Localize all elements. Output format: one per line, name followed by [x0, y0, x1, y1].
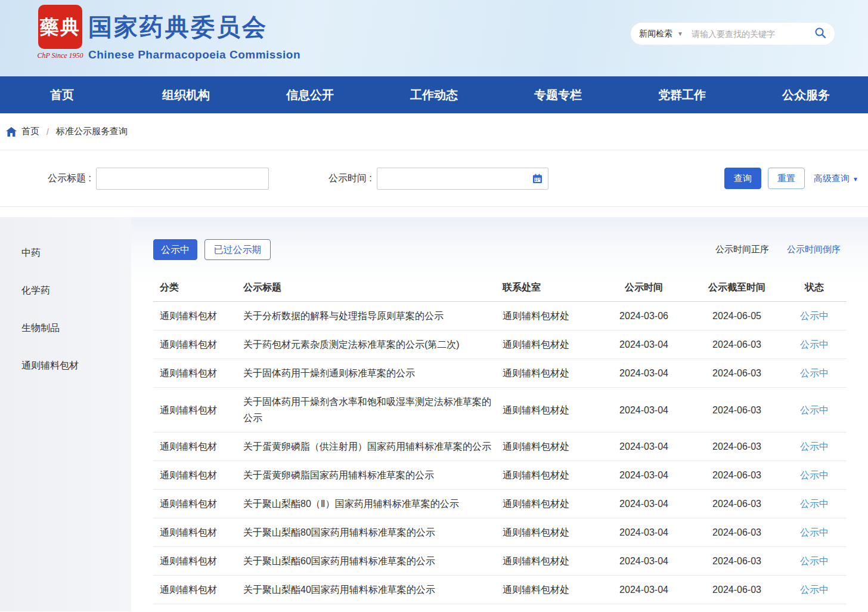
calendar-icon[interactable]	[532, 174, 542, 184]
nav-item-2[interactable]: 信息公开	[248, 76, 372, 113]
notice-table: 分类公示标题联系处室公示时间公示截至时间状态 通则辅料包材关于分析数据的解释与处…	[153, 273, 847, 604]
cell-status-link[interactable]: 公示中	[782, 518, 847, 546]
nav-item-5[interactable]: 党群工作	[620, 76, 744, 113]
cell-notice-title-link[interactable]: 关于聚山梨酯80国家药用辅料标准草案的公示	[243, 518, 503, 546]
status-badge[interactable]: 公示中	[800, 499, 829, 509]
date-field	[377, 168, 548, 190]
status-badge[interactable]: 公示中	[800, 585, 829, 595]
sidebar-item-0[interactable]: 中药	[0, 234, 131, 271]
cell-office: 通则辅料包材处	[503, 396, 596, 424]
cell-notice-title-link[interactable]: 关于固体药用干燥剂含水率和饱和吸湿率测定法标准草案的公示	[243, 388, 503, 432]
cell-office: 通则辅料包材处	[503, 461, 596, 489]
status-badge[interactable]: 公示中	[800, 441, 829, 452]
column-header-1: 公示标题	[243, 273, 503, 301]
cell-end-date: 2024-06-03	[692, 432, 782, 460]
filter-bar: 公示标题 : 公示时间 : 查询 重置 高级查询▼	[0, 150, 868, 207]
search-button[interactable]	[814, 27, 826, 41]
table-row: 通则辅料包材关于聚山梨酯80国家药用辅料标准草案的公示通则辅料包材处2024-0…	[153, 518, 847, 547]
table-row: 通则辅料包材关于聚山梨酯60国家药用辅料标准草案的公示通则辅料包材处2024-0…	[153, 547, 847, 576]
seal-caption: ChP Since 1950	[33, 51, 87, 60]
advanced-search-link[interactable]: 高级查询▼	[814, 173, 858, 184]
sidebar-item-2[interactable]: 生物制品	[0, 309, 131, 347]
cell-office: 通则辅料包材处	[503, 432, 596, 460]
cell-status-link[interactable]: 公示中	[782, 490, 847, 518]
status-badge[interactable]: 公示中	[800, 339, 829, 350]
table-row: 通则辅料包材关于聚山梨酯40国家药用辅料标准草案的公示通则辅料包材处2024-0…	[153, 576, 847, 604]
table-row: 通则辅料包材关于聚山梨酯80（Ⅱ）国家药用辅料标准草案的公示通则辅料包材处202…	[153, 490, 847, 518]
search-input[interactable]	[692, 29, 814, 39]
cell-status-link[interactable]: 公示中	[782, 432, 847, 460]
cell-office: 通则辅料包材处	[503, 518, 596, 546]
notice-title-input[interactable]	[96, 168, 269, 190]
cell-end-date: 2024-06-03	[692, 576, 782, 604]
site-header: 藥典 ChP Since 1950 国家药典委员会 Chinese Pharma…	[0, 0, 868, 76]
cell-notice-title-link[interactable]: 关于蛋黄卵磷脂（供注射用）国家药用辅料标准草案的公示	[243, 432, 503, 460]
cell-notice-title-link[interactable]: 关于蛋黄卵磷脂国家药用辅料标准草案的公示	[243, 461, 503, 489]
logo[interactable]: 藥典 ChP Since 1950	[33, 5, 87, 60]
cell-status-link[interactable]: 公示中	[782, 302, 847, 330]
chevron-down-icon[interactable]: ▼	[677, 30, 683, 37]
sort-time-descending[interactable]: 公示时间倒序	[787, 244, 841, 255]
cell-notice-title-link[interactable]: 关于聚山梨酯80（Ⅱ）国家药用辅料标准草案的公示	[243, 490, 503, 518]
status-badge[interactable]: 公示中	[800, 470, 829, 480]
home-icon[interactable]	[6, 127, 17, 137]
cell-notice-title-link[interactable]: 关于固体药用干燥剂通则标准草案的公示	[243, 359, 503, 387]
cell-category: 通则辅料包材	[153, 330, 243, 358]
cell-status-link[interactable]: 公示中	[782, 547, 847, 575]
cell-publish-date: 2024-03-04	[596, 396, 692, 424]
main-panel: 公示中 已过公示期 公示时间正序 公示时间倒序 分类公示标题联系处室公示时间公示…	[131, 217, 868, 611]
tab-in-notice[interactable]: 公示中	[153, 239, 197, 260]
breadcrumb-separator: /	[46, 127, 49, 137]
column-header-4: 公示截至时间	[692, 273, 782, 301]
tab-expired-notice[interactable]: 已过公示期	[204, 239, 271, 260]
table-header-row: 分类公示标题联系处室公示时间公示截至时间状态	[153, 273, 847, 302]
cell-publish-date: 2024-03-04	[596, 547, 692, 575]
breadcrumb-home[interactable]: 首页	[21, 126, 39, 137]
status-badge[interactable]: 公示中	[800, 311, 829, 321]
seal-logo-icon: 藥典	[38, 5, 82, 49]
cell-publish-date: 2024-03-04	[596, 518, 692, 546]
cell-notice-title-link[interactable]: 关于分析数据的解释与处理指导原则草案的公示	[243, 302, 503, 330]
cell-publish-date: 2024-03-04	[596, 461, 692, 489]
tabs-row: 公示中 已过公示期 公示时间正序 公示时间倒序	[153, 239, 847, 260]
cell-status-link[interactable]: 公示中	[782, 576, 847, 604]
cell-publish-date: 2024-03-04	[596, 330, 692, 358]
status-badge[interactable]: 公示中	[800, 405, 829, 415]
cell-status-link[interactable]: 公示中	[782, 461, 847, 489]
table-row: 通则辅料包材关于药包材元素杂质测定法标准草案的公示(第二次)通则辅料包材处202…	[153, 330, 847, 359]
nav-item-1[interactable]: 组织机构	[124, 76, 248, 113]
cell-status-link[interactable]: 公示中	[782, 330, 847, 358]
nav-item-6[interactable]: 公众服务	[744, 76, 868, 113]
status-badge[interactable]: 公示中	[800, 556, 829, 566]
sidebar-item-1[interactable]: 化学药	[0, 271, 131, 309]
table-row: 通则辅料包材关于蛋黄卵磷脂（供注射用）国家药用辅料标准草案的公示通则辅料包材处2…	[153, 432, 847, 461]
cell-end-date: 2024-06-03	[692, 490, 782, 518]
cell-status-link[interactable]: 公示中	[782, 359, 847, 387]
status-badge[interactable]: 公示中	[800, 368, 829, 378]
search-category-select[interactable]: 新闻检索	[639, 29, 672, 39]
cell-end-date: 2024-06-03	[692, 547, 782, 575]
sort-time-ascending[interactable]: 公示时间正序	[715, 244, 769, 255]
cell-notice-title-link[interactable]: 关于药包材元素杂质测定法标准草案的公示(第二次)	[243, 330, 503, 358]
reset-button[interactable]: 重置	[768, 168, 805, 189]
cell-category: 通则辅料包材	[153, 461, 243, 489]
nav-item-0[interactable]: 首页	[0, 76, 124, 113]
cell-office: 通则辅料包材处	[503, 547, 596, 575]
cell-end-date: 2024-06-03	[692, 518, 782, 546]
cell-notice-title-link[interactable]: 关于聚山梨酯60国家药用辅料标准草案的公示	[243, 547, 503, 575]
column-header-2: 联系处室	[503, 273, 596, 301]
cell-end-date: 2024-06-05	[692, 302, 782, 330]
nav-item-3[interactable]: 工作动态	[372, 76, 496, 113]
cell-notice-title-link[interactable]: 关于聚山梨酯40国家药用辅料标准草案的公示	[243, 576, 503, 604]
chevron-down-icon: ▼	[852, 176, 858, 183]
query-button[interactable]: 查询	[724, 168, 761, 189]
column-header-3: 公示时间	[596, 273, 692, 301]
cell-office: 通则辅料包材处	[503, 359, 596, 387]
table-row: 通则辅料包材关于蛋黄卵磷脂国家药用辅料标准草案的公示通则辅料包材处2024-03…	[153, 461, 847, 490]
filter-title-label: 公示标题 :	[48, 172, 91, 185]
notice-date-input[interactable]	[377, 168, 548, 190]
cell-status-link[interactable]: 公示中	[782, 396, 847, 424]
nav-item-4[interactable]: 专题专栏	[496, 76, 620, 113]
sidebar-item-3[interactable]: 通则辅料包材	[0, 347, 131, 384]
status-badge[interactable]: 公示中	[800, 527, 829, 537]
